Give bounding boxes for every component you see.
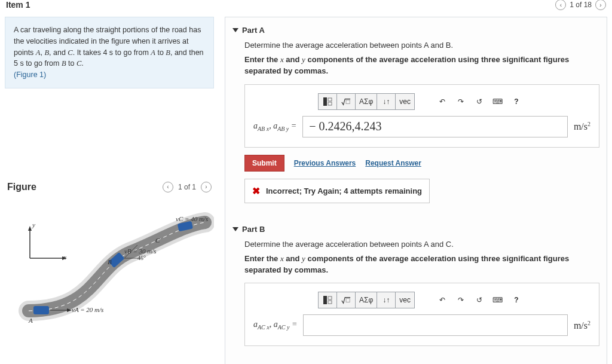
- part-a-question: Determine the average acceleration betwe…: [244, 41, 599, 50]
- item-label: Item 1: [6, 0, 30, 10]
- svg-rect-4: [33, 306, 49, 314]
- svg-rect-17: [328, 301, 332, 304]
- part-b-title: Part B: [242, 225, 265, 234]
- svg-rect-16: [328, 296, 332, 299]
- greek-tool[interactable]: ΑΣφ: [355, 93, 377, 110]
- part-a-answer-input[interactable]: [302, 116, 568, 137]
- va-label: vA = 20 m/s: [72, 306, 103, 313]
- template-tool[interactable]: [318, 93, 337, 110]
- part-a-feedback: ✖ Incorrect; Try Again; 4 attempts remai…: [244, 179, 430, 203]
- svg-rect-15: [323, 296, 327, 304]
- svg-rect-14: [346, 100, 350, 103]
- help-tool[interactable]: ?: [507, 292, 526, 308]
- previous-answers-link-a[interactable]: Previous Answers: [294, 159, 356, 167]
- equation-toolbar-a: ΑΣφ ↓↑ vec ↶ ↷ ↺ ⌨ ?: [253, 93, 590, 110]
- request-answer-link-a[interactable]: Request Answer: [365, 159, 421, 167]
- template-tool[interactable]: [318, 292, 337, 308]
- greek-tool[interactable]: ΑΣφ: [355, 292, 377, 308]
- point-a-label: A: [29, 317, 33, 324]
- point-b-label: B: [108, 258, 112, 265]
- axis-y-label: y: [32, 221, 35, 228]
- subscript-tool[interactable]: ↓↑: [377, 93, 396, 110]
- figure-prev-button[interactable]: ‹: [163, 182, 173, 192]
- vc-label: vC = 40 m/s: [176, 215, 208, 222]
- part-a-lhs-label: aAB x, aAB y =: [253, 121, 296, 132]
- help-tool[interactable]: ?: [507, 93, 526, 110]
- prev-item-button[interactable]: ‹: [555, 0, 566, 10]
- vec-tool[interactable]: vec: [395, 93, 415, 110]
- reset-tool[interactable]: ↺: [470, 93, 489, 110]
- part-b-lhs-label: aAC x, aAC y =: [253, 320, 297, 331]
- figure-page-count: 1 of 1: [178, 183, 196, 191]
- part-a-instruction: Enter the x and y components of the aver…: [244, 54, 599, 77]
- undo-tool[interactable]: ↶: [433, 93, 452, 110]
- figure-title: Figure: [7, 182, 36, 192]
- figure-link[interactable]: (Figure 1): [14, 71, 46, 79]
- part-a-toggle-icon[interactable]: [232, 28, 238, 32]
- problem-stem: A car traveling along the straight porti…: [5, 17, 214, 88]
- part-b-question: Determine the average acceleration betwe…: [244, 240, 599, 249]
- svg-rect-13: [328, 102, 332, 105]
- undo-tool[interactable]: ↶: [433, 292, 452, 308]
- vb-label: vB = 30 m/s: [124, 247, 157, 255]
- part-a-answer-panel: ΑΣφ ↓↑ vec ↶ ↷ ↺ ⌨ ? aAB x, aAB y = m/s2: [244, 84, 599, 148]
- angle-45-label: 45°: [137, 255, 146, 261]
- submit-button-a[interactable]: Submit: [244, 155, 284, 172]
- subscript-tool[interactable]: ↓↑: [377, 292, 396, 308]
- vec-tool[interactable]: vec: [395, 292, 415, 308]
- axis-x-label: x: [63, 253, 66, 261]
- part-a-units: m/s2: [574, 121, 590, 132]
- sqrt-tool[interactable]: [336, 292, 356, 308]
- svg-rect-12: [328, 98, 332, 101]
- part-b-answer-input[interactable]: [303, 314, 567, 336]
- part-b-instruction: Enter the x and y components of the aver…: [244, 253, 599, 276]
- keyboard-tool[interactable]: ⌨: [488, 93, 507, 110]
- next-item-button[interactable]: ›: [595, 0, 606, 10]
- svg-marker-1: [28, 226, 32, 231]
- part-b-toggle-icon[interactable]: [232, 227, 238, 231]
- reset-tool[interactable]: ↺: [470, 292, 489, 308]
- equation-toolbar-b: ΑΣφ ↓↑ vec ↶ ↷ ↺ ⌨ ?: [253, 292, 590, 308]
- redo-tool[interactable]: ↷: [451, 93, 470, 110]
- figure-image: y x A B C vA = 20 m/s vB = 30 m/s vC = 4…: [5, 210, 214, 324]
- incorrect-icon: ✖: [252, 185, 260, 197]
- svg-rect-11: [323, 97, 327, 106]
- part-a-title: Part A: [242, 26, 265, 35]
- part-b-units: m/s2: [574, 320, 590, 331]
- sqrt-tool[interactable]: [336, 93, 356, 110]
- item-page-count: 1 of 18: [570, 1, 592, 9]
- point-c-label: C: [155, 237, 160, 244]
- part-b-answer-panel: ΑΣφ ↓↑ vec ↶ ↷ ↺ ⌨ ? aAC x, aAC y = m/s2: [244, 283, 599, 346]
- keyboard-tool[interactable]: ⌨: [488, 292, 507, 308]
- redo-tool[interactable]: ↷: [451, 292, 470, 308]
- svg-rect-18: [346, 299, 350, 302]
- figure-next-button[interactable]: ›: [201, 182, 212, 192]
